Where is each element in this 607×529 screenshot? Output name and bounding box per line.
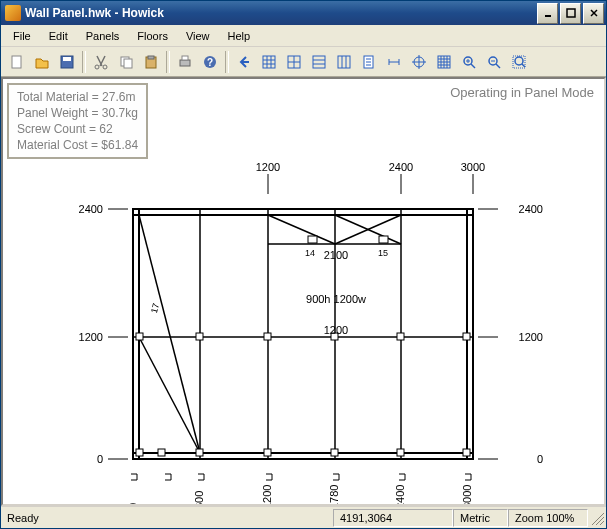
dim-bot-1200: 1200: [261, 485, 273, 506]
svg-rect-81: [136, 449, 143, 456]
svg-rect-26: [313, 56, 325, 68]
dim-top-3000: 3000: [461, 161, 485, 173]
app-window: Wall Panel.hwk - Howick File Edit Panels…: [0, 0, 607, 529]
help-button[interactable]: ?: [198, 50, 222, 74]
arrow-left-button[interactable]: [232, 50, 256, 74]
dim-right-1200: 1200: [519, 331, 543, 343]
svg-line-50: [471, 64, 475, 68]
svg-rect-75: [136, 333, 143, 340]
dim-bot-0: 0: [127, 503, 139, 506]
status-ready: Ready: [1, 512, 111, 524]
status-bar: Ready 4191,3064 Metric Zoom 100%: [1, 506, 606, 528]
resize-grip[interactable]: [588, 509, 606, 527]
svg-rect-87: [463, 449, 470, 456]
menu-floors[interactable]: Floors: [129, 28, 176, 44]
svg-rect-86: [397, 449, 404, 456]
status-units[interactable]: Metric: [453, 509, 508, 527]
maximize-button[interactable]: [560, 3, 581, 24]
svg-line-71: [139, 337, 200, 453]
dim-bot-3000: 3000: [461, 485, 473, 506]
toolbar-separator: [82, 51, 86, 73]
tool-bar: ?: [1, 47, 606, 77]
grid4-button[interactable]: [332, 50, 356, 74]
grid5-button[interactable]: [432, 50, 456, 74]
paste-button[interactable]: [139, 50, 163, 74]
svg-rect-82: [158, 449, 165, 456]
member-label-17: 17: [149, 302, 161, 314]
svg-rect-18: [263, 56, 275, 68]
grid2-button[interactable]: [282, 50, 306, 74]
svg-text:?: ?: [207, 57, 213, 68]
svg-rect-29: [338, 56, 350, 68]
status-zoom[interactable]: Zoom 100%: [508, 509, 588, 527]
svg-rect-89: [379, 236, 388, 243]
dim-bot-600: 600: [193, 491, 205, 506]
info-total-material: Total Material = 27.6m: [17, 89, 138, 105]
dim-bot-1780: 1780: [328, 485, 340, 506]
info-panel-weight: Panel Weight = 30.7kg: [17, 105, 138, 121]
close-button[interactable]: [583, 3, 604, 24]
dim-bot-2400: 2400: [394, 485, 406, 506]
save-button[interactable]: [55, 50, 79, 74]
menu-panels[interactable]: Panels: [78, 28, 128, 44]
dimension-button[interactable]: [382, 50, 406, 74]
grid1-button[interactable]: [257, 50, 281, 74]
cut-button[interactable]: [89, 50, 113, 74]
toolbar-separator: [166, 51, 170, 73]
dim-top-2400: 2400: [389, 161, 413, 173]
svg-line-101: [600, 521, 604, 525]
print-button[interactable]: [173, 50, 197, 74]
svg-rect-77: [264, 333, 271, 340]
menu-view[interactable]: View: [178, 28, 218, 44]
svg-point-7: [95, 65, 99, 69]
svg-rect-13: [180, 60, 190, 66]
menu-bar: File Edit Panels Floors View Help: [1, 25, 606, 47]
svg-rect-88: [308, 236, 317, 243]
menu-file[interactable]: File: [5, 28, 39, 44]
menu-help[interactable]: Help: [220, 28, 259, 44]
member-label-15: 15: [378, 248, 388, 258]
status-coords: 4191,3064: [333, 509, 453, 527]
svg-rect-79: [397, 333, 404, 340]
drawing-canvas[interactable]: Total Material = 27.6m Panel Weight = 30…: [1, 77, 606, 506]
svg-rect-10: [124, 59, 132, 68]
dim-left-0: 0: [97, 453, 103, 465]
copy-button[interactable]: [114, 50, 138, 74]
svg-point-8: [103, 65, 107, 69]
grid3-button[interactable]: [307, 50, 331, 74]
document-icon[interactable]: [357, 50, 381, 74]
svg-rect-12: [148, 56, 154, 59]
info-material-cost: Material Cost = $61.84: [17, 137, 138, 153]
new-button[interactable]: [5, 50, 29, 74]
zoom-out-button[interactable]: [482, 50, 506, 74]
svg-rect-80: [463, 333, 470, 340]
svg-point-56: [515, 57, 523, 65]
dim-2100: 2100: [324, 249, 348, 261]
dim-1200-inner: 1200: [324, 324, 348, 336]
dim-right-0: 0: [537, 453, 543, 465]
dim-top-1200: 1200: [256, 161, 280, 173]
zoom-in-button[interactable]: [457, 50, 481, 74]
mode-label: Operating in Panel Mode: [450, 85, 594, 100]
menu-edit[interactable]: Edit: [41, 28, 76, 44]
svg-line-100: [596, 517, 604, 525]
title-bar[interactable]: Wall Panel.hwk - Howick: [1, 1, 606, 25]
zoom-fit-button[interactable]: [507, 50, 531, 74]
toolbar-separator: [225, 51, 229, 73]
info-panel: Total Material = 27.6m Panel Weight = 30…: [7, 83, 148, 159]
svg-rect-84: [264, 449, 271, 456]
svg-rect-14: [182, 56, 188, 60]
dim-left-1200: 1200: [79, 331, 103, 343]
svg-rect-1: [567, 9, 575, 17]
minimize-button[interactable]: [537, 3, 558, 24]
dim-left-2400: 2400: [79, 203, 103, 215]
svg-rect-6: [63, 57, 71, 61]
svg-line-70: [139, 215, 200, 453]
member-label-14: 14: [305, 248, 315, 258]
svg-rect-85: [331, 449, 338, 456]
svg-line-54: [496, 64, 500, 68]
svg-rect-4: [12, 56, 21, 68]
dim-right-2400: 2400: [519, 203, 543, 215]
crosshair-button[interactable]: [407, 50, 431, 74]
open-button[interactable]: [30, 50, 54, 74]
